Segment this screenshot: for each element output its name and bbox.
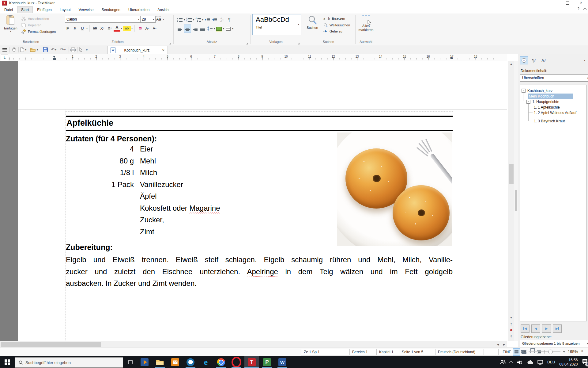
tree-item-apfel-walnuss[interactable]: 1. 2 Apfel Walnuss Auflauf	[534, 110, 576, 115]
shrink-font-button[interactable]: A−	[151, 25, 158, 32]
highlight-button[interactable]: ab	[123, 26, 131, 31]
help-button[interactable]: ?	[577, 7, 579, 11]
taskbar-edge-icon[interactable]: e	[198, 356, 213, 368]
statusbar-overflow-button[interactable]: »	[581, 349, 583, 353]
first-line-indent-marker[interactable]	[53, 56, 55, 58]
document-page[interactable]: Apfelküchle Zutaten (für 4 Personen): 4E…	[18, 61, 507, 341]
menu-verweise[interactable]: Verweise	[75, 7, 97, 13]
network-icon[interactable]	[537, 360, 543, 365]
style-gallery-dropdown-arrow[interactable]: ▾	[298, 23, 299, 26]
taskbar-explorer-icon[interactable]	[153, 356, 167, 368]
volume-icon[interactable]	[517, 360, 523, 365]
taskbar-thunderbird-icon[interactable]	[183, 356, 198, 368]
vorlagen-dialog-launcher[interactable]	[298, 43, 300, 44]
tree-item-apfelkuechle[interactable]: 1. 1 Apfelküchle	[534, 105, 560, 110]
find-next-button[interactable]: Weitersuchen	[323, 23, 350, 27]
collapse-icon[interactable]: −	[526, 100, 530, 104]
hidden-icons-chevron[interactable]	[509, 361, 513, 365]
formatting-marks-button[interactable]: ¶	[226, 16, 233, 23]
undo-button[interactable]: ↶	[51, 46, 55, 53]
goto-button[interactable]: Gehe zu	[323, 29, 342, 33]
sort-button[interactable]: AZ↕	[219, 16, 225, 23]
tree-item-bayrisch-kraut[interactable]: 1. 3 Bayrisch Kraut	[534, 118, 565, 124]
open-button[interactable]	[30, 46, 36, 53]
menu-einfuegen[interactable]: Einfügen	[33, 7, 55, 13]
scroll-left-icon[interactable]: ◀	[495, 342, 501, 347]
grow-font-button[interactable]: A+	[144, 25, 151, 32]
view-standard-button[interactable]	[513, 348, 520, 356]
hand-tool-button[interactable]	[12, 46, 16, 53]
align-left-button[interactable]	[176, 25, 183, 32]
first-heading-button[interactable]: ◀	[521, 324, 530, 333]
taskbar-mediaplayer-icon[interactable]	[137, 356, 152, 368]
paragraph-style-button[interactable]: ¶	[530, 57, 538, 64]
redo-button[interactable]: ↷	[60, 46, 64, 53]
horizontal-scrollbar[interactable]: ◀ ▶	[0, 341, 507, 347]
browse-previous-icon[interactable]: ▲▲	[508, 321, 514, 327]
font-size-select[interactable]: 28▾	[140, 16, 156, 23]
underline-dropdown-arrow[interactable]: ▾	[86, 27, 88, 30]
menu-layout[interactable]: Layout	[56, 7, 74, 13]
taskbar-textmaker-icon[interactable]: T	[244, 356, 259, 368]
clear-formatting-button[interactable]	[137, 25, 143, 32]
menu-start[interactable]: Start	[17, 6, 33, 13]
bold-button[interactable]: F	[64, 25, 71, 32]
taskbar-word-icon[interactable]: W	[275, 356, 290, 368]
horizontal-scroll-thumb[interactable]	[1, 342, 101, 347]
close-button[interactable]: ×	[574, 0, 588, 6]
taskbar-chrome-icon[interactable]	[214, 356, 228, 368]
start-button[interactable]	[0, 356, 15, 368]
tree-item-hauptgerichte[interactable]: −1. Hauptgerichte	[526, 99, 559, 104]
language-indicator[interactable]: DEU	[547, 360, 555, 364]
borders-dropdown-arrow[interactable]: ▾	[232, 27, 233, 30]
tree-item-mein-kochbuch[interactable]: Mein Kochbuch	[528, 94, 573, 99]
align-center-button[interactable]	[184, 25, 191, 33]
select-all-button[interactable]: Allesmarkieren	[357, 14, 375, 39]
collapse-ribbon-icon[interactable]	[583, 8, 586, 11]
numbered-list-dropdown-arrow[interactable]: ▾	[193, 18, 194, 21]
bullet-list-dropdown-arrow[interactable]: ▾	[184, 18, 185, 21]
zoom-percentage[interactable]: 195%	[568, 349, 578, 354]
undo-dropdown-arrow[interactable]: ▾	[55, 46, 56, 53]
navigation-compass-button[interactable]	[520, 56, 528, 64]
onedrive-cloud-icon[interactable]	[527, 360, 533, 364]
save-button[interactable]	[43, 46, 48, 53]
menu-datei[interactable]: Datei	[1, 7, 17, 13]
strikethrough-button[interactable]: ab	[92, 25, 98, 32]
taskbar-opera-icon[interactable]	[229, 356, 244, 368]
menu-ansicht[interactable]: Ansicht	[154, 7, 173, 13]
borders-button[interactable]	[225, 25, 232, 32]
vertical-scrollbar[interactable]: ▲ ▼ ▲▲ ▼▼	[508, 61, 514, 341]
zeichen-dialog-launcher[interactable]	[169, 43, 171, 44]
character-style-button[interactable]: A	[540, 57, 548, 64]
scroll-right-icon[interactable]: ▶	[501, 342, 507, 347]
status-language[interactable]: Deutsch (Deutschland)	[435, 349, 487, 355]
superscript-button[interactable]: X2	[106, 25, 113, 32]
tree-item-root[interactable]: −Kochbuch_kurz	[522, 88, 553, 93]
minimize-button[interactable]: –	[547, 0, 560, 6]
browse-next-icon[interactable]: ▼▼	[508, 334, 514, 339]
paste-button[interactable]: Einfügen ▾	[2, 14, 20, 39]
left-indent-marker[interactable]	[53, 58, 56, 60]
font-name-select[interactable]: Calibri▾	[65, 16, 141, 23]
multilevel-list-dropdown-arrow[interactable]: ▾	[202, 18, 203, 21]
subscript-button[interactable]: X2	[99, 25, 106, 32]
scroll-up-icon[interactable]: ▲	[508, 61, 514, 67]
sidebar-scrollbar[interactable]	[514, 61, 518, 341]
bullet-list-button[interactable]	[176, 16, 183, 23]
zoom-slider-thumb[interactable]	[548, 350, 553, 354]
maximize-button[interactable]	[560, 0, 574, 6]
people-icon[interactable]	[500, 360, 506, 365]
zoom-out-button[interactable]: −	[524, 349, 526, 354]
decrease-indent-button[interactable]	[211, 16, 218, 23]
shading-button[interactable]	[216, 25, 222, 32]
line-spacing-dropdown-arrow[interactable]: ▾	[214, 27, 215, 30]
taskbar-search-input[interactable]: Suchbegriff hier eingeben	[15, 357, 123, 368]
redo-dropdown-arrow[interactable]: ▾	[64, 46, 66, 53]
align-right-button[interactable]	[192, 25, 198, 32]
italic-button[interactable]: K	[72, 25, 78, 32]
copy-button[interactable]: Kopieren	[21, 23, 41, 27]
document-tab[interactable]: W Kochbuch_kurz ×	[107, 46, 168, 54]
new-document-dropdown-arrow[interactable]: ▾	[25, 46, 26, 53]
style-gallery[interactable]: AaBbCcDd Titel ▾	[252, 14, 301, 35]
